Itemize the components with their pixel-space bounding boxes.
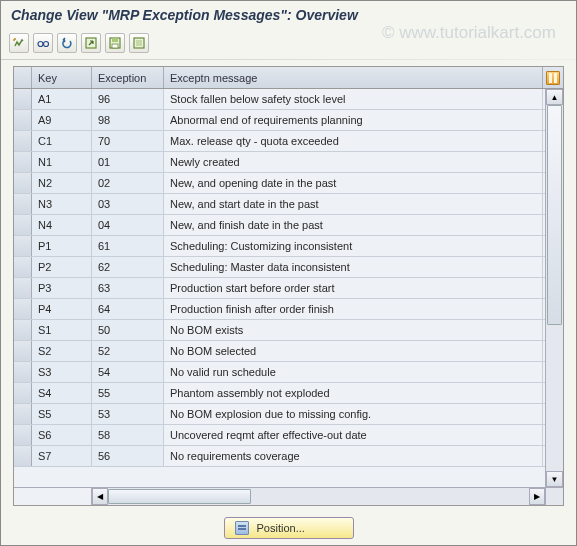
cell-key[interactable]: N1: [32, 152, 92, 172]
cell-key[interactable]: A1: [32, 89, 92, 109]
cell-message[interactable]: Max. release qty - quota exceeded: [164, 131, 543, 151]
row-selector[interactable]: [14, 446, 32, 466]
cell-key[interactable]: N2: [32, 173, 92, 193]
scroll-thumb[interactable]: [547, 105, 562, 325]
cell-message[interactable]: New, and opening date in the past: [164, 173, 543, 193]
cell-exception[interactable]: 02: [92, 173, 164, 193]
cell-exception[interactable]: 04: [92, 215, 164, 235]
row-selector[interactable]: [14, 383, 32, 403]
row-selector[interactable]: [14, 299, 32, 319]
cell-message[interactable]: Production start before order start: [164, 278, 543, 298]
cell-exception[interactable]: 03: [92, 194, 164, 214]
cell-message[interactable]: Uncovered reqmt after effective-out date: [164, 425, 543, 445]
cell-key[interactable]: S7: [32, 446, 92, 466]
cell-key[interactable]: N3: [32, 194, 92, 214]
scroll-left-icon[interactable]: ◀: [92, 488, 108, 505]
cell-message[interactable]: Phantom assembly not exploded: [164, 383, 543, 403]
row-selector[interactable]: [14, 110, 32, 130]
cell-exception[interactable]: 61: [92, 236, 164, 256]
cell-key[interactable]: S4: [32, 383, 92, 403]
scroll-up-icon[interactable]: ▲: [546, 89, 563, 105]
cell-key[interactable]: A9: [32, 110, 92, 130]
cell-key[interactable]: S3: [32, 362, 92, 382]
cell-message[interactable]: New, and finish date in the past: [164, 215, 543, 235]
scroll-corner: [545, 488, 563, 505]
row-selector[interactable]: [14, 320, 32, 340]
toolbar-other-view-button[interactable]: [9, 33, 29, 53]
row-selector[interactable]: [14, 257, 32, 277]
cell-exception[interactable]: 96: [92, 89, 164, 109]
position-button[interactable]: Position...: [224, 517, 354, 539]
cell-exception[interactable]: 64: [92, 299, 164, 319]
row-selector[interactable]: [14, 404, 32, 424]
cell-exception[interactable]: 63: [92, 278, 164, 298]
cell-exception[interactable]: 58: [92, 425, 164, 445]
toolbar: [1, 29, 576, 57]
vertical-scrollbar[interactable]: ▲ ▼: [545, 89, 563, 487]
row-selector[interactable]: [14, 194, 32, 214]
cell-message[interactable]: No requirements coverage: [164, 446, 543, 466]
cell-key[interactable]: P4: [32, 299, 92, 319]
row-selector[interactable]: [14, 278, 32, 298]
scroll-right-icon[interactable]: ▶: [529, 488, 545, 505]
cell-message[interactable]: Newly created: [164, 152, 543, 172]
table-row: P161Scheduling: Customizing inconsistent: [14, 236, 563, 257]
row-selector[interactable]: [14, 152, 32, 172]
cell-exception[interactable]: 53: [92, 404, 164, 424]
cell-message[interactable]: Scheduling: Master data inconsistent: [164, 257, 543, 277]
row-selector[interactable]: [14, 362, 32, 382]
cell-key[interactable]: S2: [32, 341, 92, 361]
cell-key[interactable]: P3: [32, 278, 92, 298]
toolbar-save-button[interactable]: [105, 33, 125, 53]
horizontal-scrollbar[interactable]: ◀ ▶: [14, 487, 563, 505]
cell-exception[interactable]: 98: [92, 110, 164, 130]
toolbar-select-all-button[interactable]: [129, 33, 149, 53]
cell-message[interactable]: Production finish after order finish: [164, 299, 543, 319]
cell-exception[interactable]: 56: [92, 446, 164, 466]
table-row: N202New, and opening date in the past: [14, 173, 563, 194]
row-selector[interactable]: [14, 341, 32, 361]
cell-exception[interactable]: 52: [92, 341, 164, 361]
cell-exception[interactable]: 01: [92, 152, 164, 172]
header-select-all[interactable]: [14, 67, 32, 88]
glasses-icon: [36, 36, 50, 50]
cell-exception[interactable]: 55: [92, 383, 164, 403]
header-config-button[interactable]: [543, 67, 563, 88]
row-selector[interactable]: [14, 215, 32, 235]
header-key[interactable]: Key: [32, 67, 92, 88]
cell-exception[interactable]: 50: [92, 320, 164, 340]
hscroll-thumb[interactable]: [108, 489, 251, 504]
cell-exception[interactable]: 70: [92, 131, 164, 151]
cell-message[interactable]: No BOM exists: [164, 320, 543, 340]
toolbar-undo-button[interactable]: [57, 33, 77, 53]
cell-message[interactable]: No valid run schedule: [164, 362, 543, 382]
row-selector[interactable]: [14, 173, 32, 193]
cell-message[interactable]: Abnormal end of requirements planning: [164, 110, 543, 130]
cell-exception[interactable]: 54: [92, 362, 164, 382]
scroll-down-icon[interactable]: ▼: [546, 471, 563, 487]
hscroll-track[interactable]: [108, 488, 529, 505]
row-selector[interactable]: [14, 89, 32, 109]
cell-message[interactable]: No BOM selected: [164, 341, 543, 361]
cell-exception[interactable]: 62: [92, 257, 164, 277]
scroll-track[interactable]: [546, 105, 563, 471]
cell-key[interactable]: S1: [32, 320, 92, 340]
cell-message[interactable]: No BOM explosion due to missing config.: [164, 404, 543, 424]
cell-key[interactable]: S6: [32, 425, 92, 445]
toolbar-display-button[interactable]: [33, 33, 53, 53]
table-header: Key Exception Exceptn message: [14, 67, 563, 89]
toolbar-expand-button[interactable]: [81, 33, 101, 53]
cell-key[interactable]: C1: [32, 131, 92, 151]
row-selector[interactable]: [14, 425, 32, 445]
row-selector[interactable]: [14, 131, 32, 151]
cell-message[interactable]: Stock fallen below safety stock level: [164, 89, 543, 109]
cell-key[interactable]: N4: [32, 215, 92, 235]
cell-key[interactable]: P1: [32, 236, 92, 256]
cell-message[interactable]: New, and start date in the past: [164, 194, 543, 214]
cell-key[interactable]: P2: [32, 257, 92, 277]
header-exception[interactable]: Exception: [92, 67, 164, 88]
cell-key[interactable]: S5: [32, 404, 92, 424]
row-selector[interactable]: [14, 236, 32, 256]
header-message[interactable]: Exceptn message: [164, 67, 543, 88]
cell-message[interactable]: Scheduling: Customizing inconsistent: [164, 236, 543, 256]
